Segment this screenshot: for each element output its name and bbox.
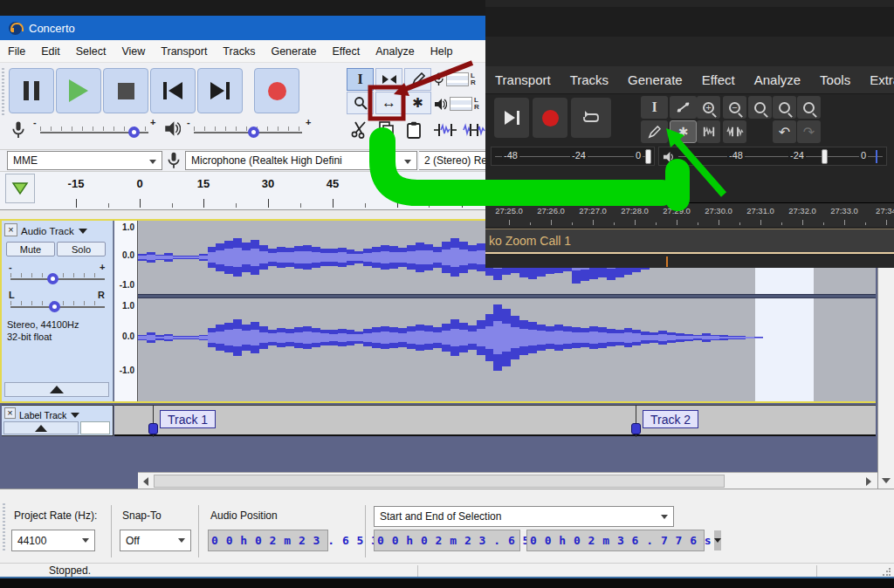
dark-menu-extra[interactable]: Extra <box>860 72 894 87</box>
audio-position-field[interactable]: 0 0 h 0 2 m 2 3 . 6 5 3 s <box>208 530 328 551</box>
menu-view[interactable]: View <box>113 45 153 58</box>
dark-record-button[interactable] <box>533 98 567 138</box>
selection-start-field[interactable]: 0 0 h 0 2 m 2 3 . 6 5 3 s <box>374 530 520 551</box>
project-rate-select[interactable]: 44100 <box>11 530 95 551</box>
play-button[interactable] <box>56 68 101 113</box>
resize-grip[interactable] <box>882 568 891 577</box>
close-label-track-button[interactable]: × <box>4 407 16 419</box>
multi-tool-button[interactable]: ✱ <box>404 92 431 114</box>
label-track-area[interactable]: Track 1 Track 2 <box>114 405 876 436</box>
solo-button[interactable]: Solo <box>57 242 106 256</box>
rec-volume-thumb[interactable] <box>128 126 140 138</box>
dark-zoom-out-button[interactable]: − <box>723 96 746 119</box>
label-marker-flag[interactable] <box>631 423 641 434</box>
gain-slider-thumb[interactable] <box>47 273 58 284</box>
meter-slider-handle[interactable] <box>645 149 651 164</box>
label-text-track2[interactable]: Track 2 <box>643 410 698 428</box>
stop-button[interactable] <box>103 68 148 113</box>
dark-playback-meter[interactable]: -48 -24 0 <box>658 147 887 166</box>
menu-transport[interactable]: Transport <box>153 45 215 58</box>
chevron-down-icon <box>404 160 411 164</box>
close-track-button[interactable]: × <box>4 223 17 236</box>
trim-audio-button[interactable] <box>431 119 458 141</box>
recording-channels-select[interactable]: 2 (Stereo) Recordi <box>419 151 487 170</box>
dark-menu-analyze[interactable]: Analyze <box>745 72 810 87</box>
dark-trim-audio-button[interactable] <box>697 120 720 143</box>
audio-host-select[interactable]: MME <box>7 151 162 170</box>
dark-zoom-selection-button[interactable] <box>748 96 772 119</box>
cut-button[interactable] <box>346 119 373 141</box>
dark-track-header[interactable]: ko Zoom Call 1 <box>485 229 894 254</box>
pause-button[interactable] <box>9 68 54 113</box>
skip-to-end-button[interactable] <box>197 68 243 113</box>
collapse-track-button[interactable] <box>4 382 109 397</box>
dark-silence-audio-button[interactable] <box>723 120 746 143</box>
dark-recording-meter[interactable]: -48 -24 0 <box>491 147 655 166</box>
audio-track-panel[interactable]: × Audio Track Mute Solo - + L R Stereo, … <box>2 221 113 401</box>
record-button[interactable] <box>254 68 299 113</box>
selection-toolbar: Project Rate (Hz): 44100 Snap-To Off Aud… <box>0 489 894 563</box>
dark-zoom-toggle-button[interactable] <box>773 96 796 119</box>
draw-tool-button[interactable] <box>404 68 431 91</box>
dark-menu-tracks[interactable]: Tracks <box>560 72 618 87</box>
dark-loop-button[interactable] <box>571 98 611 138</box>
timeline-play-button[interactable] <box>5 174 35 203</box>
meter-slider-handle[interactable] <box>822 149 828 164</box>
dark-redo-button[interactable]: ↷ <box>797 120 821 143</box>
audio-track-menu[interactable]: Audio Track <box>21 223 87 238</box>
dark-timeline-ruler[interactable]: 27:25.027:26.027:27.027:28.027:29.027:30… <box>485 202 894 227</box>
dark-fit-project-button[interactable] <box>797 96 821 119</box>
label-track-menu[interactable]: Label Track <box>19 407 79 422</box>
pan-slider-thumb[interactable] <box>49 301 60 312</box>
horizontal-scroll-thumb[interactable] <box>154 475 725 488</box>
menu-tracks[interactable]: Tracks <box>215 45 263 58</box>
label-track-panel[interactable]: × Label Track <box>2 405 113 436</box>
timeshift-tool-button[interactable]: ↔ <box>375 92 402 114</box>
chevron-down-icon <box>71 413 79 418</box>
mute-button[interactable]: Mute <box>6 242 55 256</box>
label-text-track1[interactable]: Track 1 <box>160 410 216 428</box>
recording-meter[interactable]: LR <box>434 68 486 91</box>
dark-menu-transport[interactable]: Transport <box>485 72 560 87</box>
dark-menu-generate[interactable]: Generate <box>618 72 692 87</box>
zoom-tool-button[interactable] <box>347 92 374 114</box>
selection-end-field[interactable]: 0 0 h 0 2 m 3 6 . 7 7 6 s <box>526 530 705 551</box>
selection-mode-select[interactable]: Start and End of Selection <box>374 506 674 527</box>
menu-analyze[interactable]: Analyze <box>368 45 422 58</box>
play-volume-thumb[interactable] <box>248 126 259 138</box>
playback-meter[interactable]: LR <box>434 92 486 115</box>
menu-edit[interactable]: Edit <box>33 45 68 58</box>
menu-help[interactable]: Help <box>423 45 461 58</box>
scroll-down-button[interactable] <box>878 472 894 489</box>
dark-menu-tools[interactable]: Tools <box>810 72 860 87</box>
dark-multi-tool-button[interactable]: ✱ <box>670 120 697 143</box>
scroll-left-button[interactable] <box>138 473 154 489</box>
copy-button[interactable] <box>373 119 400 141</box>
scroll-right-button[interactable] <box>861 473 877 489</box>
menu-effect[interactable]: Effect <box>325 45 368 58</box>
toolbar-grip[interactable] <box>2 68 4 117</box>
collapse-label-track-button[interactable] <box>3 421 79 434</box>
vertical-ruler[interactable]: 1.0 0.0 -1.0 1.0 0.0 -1.0 <box>114 221 138 401</box>
skip-to-start-button[interactable] <box>150 68 196 113</box>
selection-tool-button[interactable]: I <box>347 68 374 91</box>
menu-generate[interactable]: Generate <box>263 45 324 58</box>
paste-button[interactable] <box>400 119 427 141</box>
timeline-tick-label: 45 <box>327 177 339 190</box>
envelope-tool-button[interactable] <box>375 68 402 91</box>
silence-audio-button[interactable] <box>460 119 487 141</box>
dark-draw-tool-button[interactable] <box>641 120 668 143</box>
dark-selection-tool-button[interactable]: I <box>641 96 668 119</box>
horizontal-scrollbar[interactable] <box>138 472 877 489</box>
dark-undo-button[interactable]: ↶ <box>773 120 796 143</box>
menu-file[interactable]: File <box>0 45 33 58</box>
dark-skip-to-end-button[interactable] <box>494 98 529 138</box>
dark-envelope-tool-button[interactable] <box>670 96 697 119</box>
dark-timeline-tick-label: 27:32.0 <box>788 206 816 215</box>
dark-menu-effect[interactable]: Effect <box>692 72 745 87</box>
recording-device-select[interactable]: Microphone (Realtek High Defini <box>185 151 417 170</box>
snap-to-select[interactable]: Off <box>120 530 191 551</box>
menu-select[interactable]: Select <box>68 45 114 58</box>
dark-zoom-in-button[interactable]: + <box>697 96 720 119</box>
label-marker-flag[interactable] <box>148 423 158 434</box>
